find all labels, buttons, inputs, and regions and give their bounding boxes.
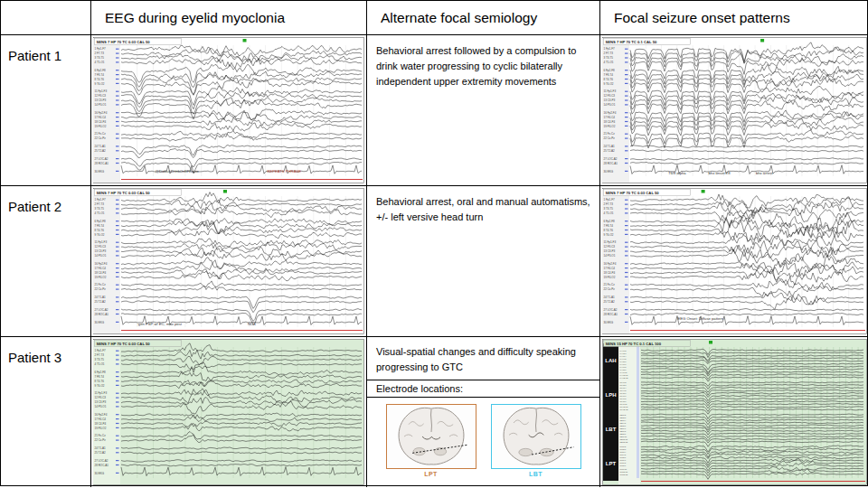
svg-text:4 T5-O1: 4 T5-O1 (95, 211, 105, 215)
svg-text:6 Fp2-F8: 6 Fp2-F8 (95, 220, 107, 223)
svg-text:LAH8-9: LAH8-9 (620, 369, 627, 371)
svg-text:LPH: LPH (606, 392, 617, 398)
svg-text:4 T5-O1: 4 T5-O1 (604, 61, 614, 64)
eeg-panel-p1-eyelid-myoclonia: 1 Fp1-F72 F7-T33 T3-T54 T5-O16 Fp2-F87 F… (93, 37, 364, 183)
svg-text:17 F4-C4: 17 F4-C4 (604, 116, 616, 119)
svg-text:13 C3-P3: 13 C3-P3 (95, 249, 107, 253)
svg-text:LAH5-6: LAH5-6 (620, 361, 627, 362)
svg-text:bhx onset T8: bhx onset T8 (709, 171, 731, 175)
column-header-label: Focal seizure onset patterns (614, 10, 790, 26)
svg-text:LPH9-10: LPH9-10 (620, 403, 628, 405)
column-header-focal-onset: Focal seizure onset patterns (600, 1, 868, 35)
svg-text:22 Cz-Pz: 22 Cz-Pz (604, 136, 616, 140)
svg-text:LPH10-11: LPH10-11 (620, 406, 629, 408)
svg-text:12 F3-C3: 12 F3-C3 (95, 396, 107, 399)
svg-text:25 T2-A2: 25 T2-A2 (95, 451, 107, 455)
svg-text:14 P3-O1: 14 P3-O1 (604, 103, 616, 107)
svg-text:25 T2-A2: 25 T2-A2 (95, 149, 107, 153)
patient-label: Patient 3 (8, 350, 61, 365)
semiology-cell-p3: Visual-spatial changes and difficulty sp… (367, 337, 600, 487)
svg-text:18 C4-P4: 18 C4-P4 (604, 120, 616, 124)
column-header-eeg-myoclonia: EEG during eyelid myoclonia (91, 1, 367, 35)
svg-text:3 T3-T5: 3 T3-T5 (95, 358, 105, 361)
svg-text:LPT9-10: LPT9-10 (620, 468, 628, 470)
svg-text:25 T2-A2: 25 T2-A2 (604, 149, 616, 153)
svg-text:18 C4-P4: 18 C4-P4 (95, 271, 107, 275)
brain-slice-drawing (387, 405, 476, 468)
svg-text:bhx arrest: bhx arrest (756, 171, 773, 175)
svg-text:LBT11-12: LBT11-12 (620, 441, 629, 443)
svg-text:18 C4-P4: 18 C4-P4 (95, 422, 107, 426)
eeg-panel-p2-eyelid-myoclonia: 1 Fp1-F72 F7-T33 T3-T54 T5-O16 Fp2-F87 F… (93, 188, 364, 334)
svg-text:LAH1-2: LAH1-2 (620, 350, 627, 352)
brain-figure-lpt: LPT (386, 404, 476, 477)
figure-table: EEG during eyelid myoclonia Alternate fo… (0, 0, 868, 486)
svg-text:30 EKG: 30 EKG (95, 321, 105, 324)
svg-text:7 F8-T4: 7 F8-T4 (95, 73, 105, 77)
electrode-location-images: LPT LBT (367, 398, 599, 477)
svg-text:13 C3-P3: 13 C3-P3 (604, 249, 616, 253)
brain-coronal-lpt-image (386, 404, 476, 469)
svg-text:LBT5-6: LBT5-6 (620, 425, 627, 427)
svg-text:16 Fp2-F4: 16 Fp2-F4 (95, 111, 108, 115)
eeg-panel-p3-focal-onset: LAHLPHLBTLPTLAH1-2LAH2-3LAH3-4LAH4-5LAH5… (602, 339, 867, 485)
svg-text:1 Fp1-F7: 1 Fp1-F7 (95, 198, 107, 202)
brain-label-lbt: LBT (491, 471, 581, 477)
svg-text:LPH11-12: LPH11-12 (620, 408, 629, 410)
svg-text:21 Fz-Cz: 21 Fz-Cz (95, 283, 107, 286)
svg-text:SENS 15 HP 70 TC 0.1 CAL 100: SENS 15 HP 70 TC 0.1 CAL 100 (606, 342, 662, 346)
svg-text:6 Fp2-F8: 6 Fp2-F8 (604, 69, 616, 72)
svg-text:LPH2-3: LPH2-3 (620, 384, 627, 386)
svg-text:LAH9-10: LAH9-10 (620, 371, 628, 373)
svg-text:4 T5-O1: 4 T5-O1 (95, 362, 105, 366)
svg-text:LBT6-7: LBT6-7 (620, 427, 627, 429)
svg-text:1 Fp1-F7: 1 Fp1-F7 (95, 349, 107, 352)
svg-text:27 LOC-A2: 27 LOC-A2 (604, 157, 618, 161)
svg-text:11 Fp1-F3: 11 Fp1-F3 (604, 240, 617, 244)
svg-text:19 P4-O2: 19 P4-O2 (604, 276, 616, 279)
svg-text:22 Cz-Pz: 22 Cz-Pz (95, 438, 107, 442)
svg-text:LAH7-8: LAH7-8 (620, 366, 627, 368)
svg-text:24 T1-A1: 24 T1-A1 (95, 446, 107, 450)
eeg-cell-p1-focal-onset: 1 Fp1-F72 F7-T33 T3-T54 T5-O16 Fp2-F87 F… (600, 35, 868, 186)
svg-text:13 C3-P3: 13 C3-P3 (95, 99, 107, 102)
eeg-cell-p2-myoclonia: 1 Fp1-F72 F7-T33 T3-T54 T5-O16 Fp2-F87 F… (91, 186, 367, 337)
svg-text:12 F3-C3: 12 F3-C3 (604, 94, 616, 98)
svg-text:24 T1-A1: 24 T1-A1 (95, 145, 107, 148)
svg-text:14 P3-O1: 14 P3-O1 (95, 103, 107, 107)
svg-text:11 Fp1-F3: 11 Fp1-F3 (95, 240, 108, 244)
svg-text:LPT2-3: LPT2-3 (620, 448, 627, 450)
svg-text:12 F3-C3: 12 F3-C3 (95, 245, 107, 249)
svg-text:16 Fp2-F4: 16 Fp2-F4 (95, 413, 108, 417)
svg-text:LBT2-3: LBT2-3 (620, 417, 627, 418)
svg-text:27 LOC-A2: 27 LOC-A2 (95, 157, 108, 161)
svg-text:28 ROC-A1: 28 ROC-A1 (95, 162, 109, 165)
svg-text:LAH2-3: LAH2-3 (620, 352, 627, 354)
svg-text:8 T4-T6: 8 T4-T6 (95, 78, 105, 81)
svg-text:SENS 7 HP 70 TC 0.03 CAL 50: SENS 7 HP 70 TC 0.03 CAL 50 (97, 40, 151, 44)
svg-text:NCS: NCS (248, 322, 256, 326)
svg-text:LBT4-5: LBT4-5 (620, 422, 627, 424)
svg-text:16 Fp2-F4: 16 Fp2-F4 (604, 111, 617, 115)
svg-text:16 Fp2-F4: 16 Fp2-F4 (95, 262, 108, 266)
svg-text:11 Fp1-F3: 11 Fp1-F3 (604, 89, 617, 93)
eeg-cell-p3-focal-onset: LAHLPHLBTLPTLAH1-2LAH2-3LAH3-4LAH4-5LAH5… (600, 337, 868, 487)
row-label-patient-1: Patient 1 (1, 35, 91, 186)
svg-text:4 T5-O1: 4 T5-O1 (95, 61, 105, 64)
svg-text:LPH5-6: LPH5-6 (620, 392, 627, 394)
svg-text:28 ROC-A1: 28 ROC-A1 (95, 464, 109, 467)
svg-text:3 T3-T5: 3 T3-T5 (95, 56, 105, 60)
column-header-label: EEG during eyelid myoclonia (105, 10, 285, 26)
svg-text:LPT11-12: LPT11-12 (620, 474, 629, 475)
svg-text:19 P4-O2: 19 P4-O2 (95, 125, 107, 128)
svg-text:28 ROC-A1: 28 ROC-A1 (604, 313, 618, 316)
svg-text:19 P4-O2: 19 P4-O2 (604, 125, 616, 128)
svg-text:LBT8-9: LBT8-9 (620, 433, 627, 435)
column-header-label: Alternate focal semiology (381, 10, 537, 26)
svg-text:24 T1-A1: 24 T1-A1 (604, 296, 616, 299)
svg-text:14 P3-O1: 14 P3-O1 (604, 254, 616, 258)
svg-text:3 T3-T5: 3 T3-T5 (604, 207, 614, 211)
svg-text:LPT: LPT (606, 461, 617, 466)
svg-text:30 EKG: 30 EKG (95, 170, 105, 174)
svg-text:LAH: LAH (605, 358, 616, 363)
